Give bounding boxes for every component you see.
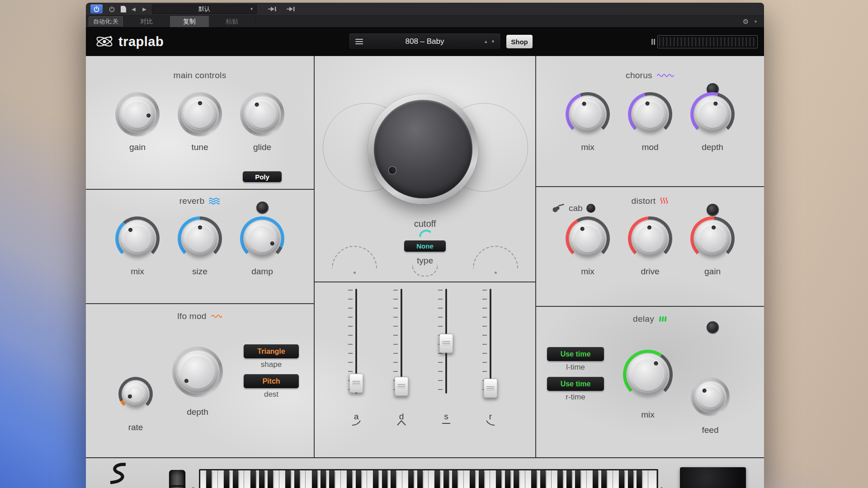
black-key[interactable] [434,470,440,488]
black-key[interactable] [566,470,572,488]
piano-keyboard[interactable] [200,470,657,488]
black-key[interactable] [479,470,484,488]
delay-power-toggle[interactable] [707,321,719,333]
black-key[interactable] [628,470,633,488]
lfo-depth-knob[interactable] [172,347,223,397]
black-key[interactable] [206,470,212,488]
power-icon[interactable] [90,5,103,14]
host-preset-dropdown[interactable]: 默认 ▼ [152,5,257,14]
copy-tab[interactable]: 复制 [170,16,209,27]
decay-slider[interactable] [392,289,411,394]
distort-gain-knob[interactable]: gain [690,216,735,277]
keyboard-scroll-right-icon[interactable]: ▶ [661,484,668,488]
delay-title: delay [633,314,654,324]
black-key[interactable] [268,470,273,488]
delay-feed-knob[interactable] [691,377,730,416]
lfo-dest-selector[interactable]: Pitch [244,374,299,388]
slider-handle[interactable] [349,373,363,393]
pitch-wheel[interactable] [169,470,185,488]
next-preset-icon[interactable]: ▶ [141,6,148,12]
preset-selector[interactable]: 808 – Baby ▲ ▼ [349,33,501,50]
menu-icon[interactable] [355,39,363,44]
black-key[interactable] [329,470,335,488]
black-key[interactable] [391,470,396,488]
black-key[interactable] [452,470,458,488]
black-key[interactable] [259,470,264,488]
gear-icon[interactable]: ⚙ [743,18,749,26]
cutoff-knob[interactable] [368,94,478,204]
black-key[interactable] [514,470,519,488]
shop-button[interactable]: Shop [506,35,533,48]
slider-handle[interactable] [484,379,498,398]
sustain-slider[interactable] [436,289,456,394]
black-key[interactable] [531,470,537,488]
black-key[interactable] [347,470,352,488]
preset-down-icon[interactable]: ▼ [491,39,495,44]
black-key[interactable] [496,470,501,488]
keyboard-scroll-left-icon[interactable]: ◀ [187,484,194,488]
bypass-icon[interactable] [107,5,117,14]
black-key[interactable] [312,470,317,488]
black-key[interactable] [294,470,300,488]
slider-handle[interactable] [395,376,409,396]
skip-back-icon[interactable] [267,6,278,12]
black-key[interactable] [443,470,449,488]
lfo-shape-selector[interactable]: Triangle [244,344,299,358]
compare-tab[interactable]: 对比 [123,16,170,27]
black-key[interactable] [540,470,546,488]
filter-type-selector[interactable]: None [404,240,446,252]
automation-toggle[interactable]: 自动化:关 [89,16,123,27]
black-key[interactable] [557,470,563,488]
black-key[interactable] [637,470,642,488]
reverb-power-toggle[interactable] [256,202,269,214]
black-key[interactable] [382,470,387,488]
distort-mix-knob[interactable]: mix [566,216,610,277]
center-column: cutoff None type [315,56,536,457]
chorus-mix-knob[interactable]: mix [566,92,610,152]
release-slider[interactable] [481,289,500,394]
black-key[interactable] [373,470,378,488]
black-key[interactable] [285,470,291,488]
chorus-mod-knob[interactable]: mod [628,92,672,152]
attack-slider[interactable] [346,289,366,394]
white-key[interactable] [648,470,657,488]
decay-curve-icon [392,420,411,426]
black-key[interactable] [417,470,423,488]
delay-ltime-selector[interactable]: Use time [547,347,604,361]
black-key[interactable] [619,470,624,488]
glide-knob[interactable]: glide [240,92,284,152]
black-key[interactable] [356,470,361,488]
black-key[interactable] [233,470,238,488]
reverb-size-knob[interactable]: size [178,216,222,277]
black-key[interactable] [470,470,475,488]
black-key[interactable] [601,470,607,488]
skip-forward-icon[interactable] [286,6,297,12]
cab-toggle[interactable] [586,204,595,213]
black-key[interactable] [408,470,414,488]
chorus-depth-knob[interactable]: depth [690,92,735,152]
distort-power-toggle[interactable] [707,204,719,216]
bank-artwork [680,467,746,488]
paste-tab[interactable]: 粘贴 [209,16,256,27]
distort-drive-knob[interactable]: drive [628,216,672,277]
slider-handle[interactable] [439,333,453,353]
black-key[interactable] [575,470,580,488]
black-key[interactable] [250,470,256,488]
prev-preset-icon[interactable]: ◀ [130,6,137,12]
black-key[interactable] [224,470,229,488]
poly-mode-button[interactable]: Poly [243,171,282,182]
black-key[interactable] [321,470,326,488]
lfo-rate-knob[interactable] [118,377,153,411]
black-key[interactable] [505,470,510,488]
preset-up-icon[interactable]: ▲ [484,39,488,44]
delay-mix-knob[interactable] [623,350,673,399]
settings-chevron-icon[interactable]: ▼ [754,19,758,24]
tune-knob[interactable]: tune [178,92,222,152]
gain-knob[interactable]: gain [115,92,160,152]
reverb-damp-knob[interactable]: damp [240,216,284,277]
right-column: chorus mix mod depth [536,56,764,457]
reverb-mix-knob[interactable]: mix [115,216,160,277]
delay-rtime-selector[interactable]: Use time [547,377,604,391]
black-key[interactable] [593,470,598,488]
document-icon[interactable] [121,6,126,13]
